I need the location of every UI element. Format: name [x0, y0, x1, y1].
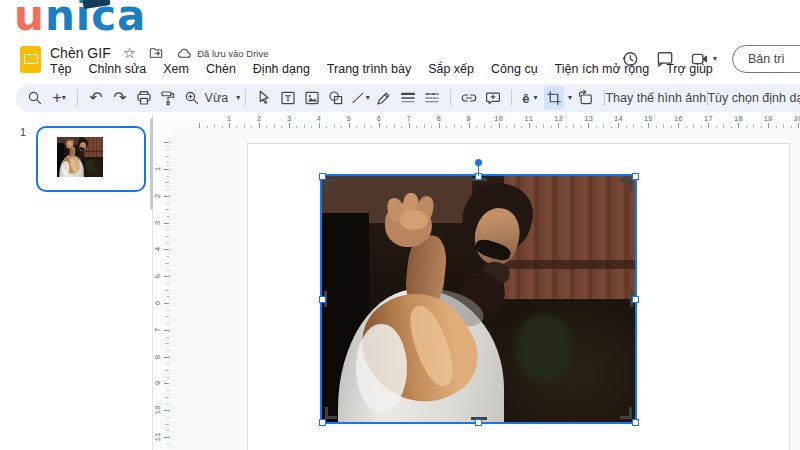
insert-image-icon[interactable] — [302, 86, 322, 110]
saved-status[interactable]: Đã lưu vào Drive — [197, 48, 268, 59]
crop-handle[interactable] — [629, 407, 632, 419]
ruler-number: 13 — [582, 115, 594, 123]
star-icon[interactable]: ☆ — [123, 46, 136, 60]
zoom-in-icon[interactable] — [182, 86, 202, 110]
insert-shape-icon[interactable] — [326, 86, 346, 110]
ruler-number: 11 — [152, 431, 164, 443]
rotation-stem — [478, 166, 480, 176]
ruler-number: 10 — [152, 404, 164, 416]
ruler-number: 7 — [403, 115, 415, 123]
slide-canvas[interactable] — [170, 131, 800, 450]
toolbar-separator — [511, 90, 512, 106]
comment-icon[interactable] — [655, 49, 675, 69]
crop-image-icon[interactable] — [544, 86, 564, 110]
ruler-number: 12 — [552, 115, 564, 123]
toolbar-separator — [450, 90, 451, 106]
slide-number: 1 — [20, 126, 26, 138]
menu-bar: TệpChỉnh sửaXemChènĐịnh dạngTrang trình … — [50, 62, 713, 76]
crop-handle[interactable] — [325, 407, 328, 419]
reset-image-icon[interactable] — [576, 86, 596, 110]
resize-handle[interactable] — [319, 296, 326, 303]
select-tool-icon[interactable] — [254, 86, 274, 110]
mask-image-icon[interactable]: ê▾ — [520, 86, 540, 110]
rotation-handle[interactable] — [475, 159, 482, 166]
text-box-icon[interactable] — [278, 86, 298, 110]
ruler-number: 9 — [152, 377, 164, 389]
ruler-number: 11 — [523, 115, 535, 123]
unica-logo: unica — [14, 0, 146, 39]
ruler-number: 4 — [313, 115, 325, 123]
menu-đinh-dang[interactable]: Định dạng — [253, 62, 310, 76]
ruler-number: 6 — [152, 297, 164, 309]
border-weight-icon[interactable] — [398, 86, 418, 110]
ruler-number: 16 — [672, 115, 684, 123]
menu-chen[interactable]: Chèn — [206, 62, 236, 76]
border-color-icon[interactable] — [374, 86, 394, 110]
print-icon[interactable] — [134, 86, 154, 110]
ruler-number: 7 — [152, 324, 164, 336]
document-title[interactable]: Chèn GIF — [50, 45, 111, 61]
redo-button[interactable]: ↷ — [110, 86, 130, 110]
title-bar: Chèn GIF ☆ Đã lưu vào Drive — [50, 44, 268, 62]
paint-format-icon[interactable] — [158, 86, 178, 110]
ruler-number: 2 — [152, 190, 164, 202]
cloud-saved-icon[interactable] — [176, 45, 192, 61]
vertical-ruler: 1234567891011 — [153, 131, 170, 450]
menu-sap-xep[interactable]: Sắp xếp — [428, 62, 474, 76]
ruler-number: 1 — [152, 163, 164, 175]
border-dash-icon[interactable] — [422, 86, 442, 110]
resize-handle[interactable] — [632, 173, 639, 180]
crop-handle[interactable] — [325, 179, 328, 191]
chevron-down-icon: ▾ — [236, 94, 240, 102]
ruler-number: 17 — [702, 115, 714, 123]
ruler-number: 5 — [343, 115, 355, 123]
selected-image[interactable] — [322, 176, 635, 422]
undo-button[interactable]: ↶ — [86, 86, 106, 110]
ruler-number: 15 — [642, 115, 654, 123]
ruler-number: 1 — [223, 115, 235, 123]
menu-chinh-sua[interactable]: Chỉnh sửa — [89, 62, 147, 76]
gif-image — [322, 176, 635, 422]
new-slide-button[interactable]: +▾ — [49, 86, 69, 110]
present-button[interactable]: Bản trì — [732, 45, 800, 73]
resize-handle[interactable] — [319, 419, 326, 426]
chevron-down-icon: ▾ — [568, 94, 572, 102]
chevron-down-icon: ▾ — [62, 94, 66, 102]
horizontal-ruler: 1234567891011121314151617181920 — [153, 114, 800, 131]
slide-thumbnail[interactable] — [36, 126, 146, 192]
search-icon[interactable] — [25, 86, 45, 110]
history-icon[interactable] — [620, 49, 640, 69]
add-comment-icon[interactable] — [483, 86, 503, 110]
meet-camera-control[interactable]: ▾ — [690, 49, 717, 69]
google-slides-window: unica Chèn GIF ☆ Đã lưu vào Drive TệpChỉ… — [0, 0, 800, 450]
menu-trang-trinh-bay[interactable]: Trang trình bày — [327, 62, 411, 76]
format-options-button[interactable]: Tùy chọn định dạng — [716, 86, 800, 110]
filmstrip: 1 — [0, 114, 152, 450]
resize-handle[interactable] — [632, 419, 639, 426]
ruler-number: 3 — [283, 115, 295, 123]
ruler-number: 18 — [732, 115, 744, 123]
ruler-number: 6 — [373, 115, 385, 123]
toolbar-separator — [77, 90, 78, 106]
thumbnail-image — [57, 137, 103, 177]
zoom-select[interactable]: Vừa▾ — [206, 86, 237, 110]
menu-cong-cu[interactable]: Công cụ — [491, 62, 538, 76]
insert-link-icon[interactable] — [459, 86, 479, 110]
ruler-number: 9 — [463, 115, 475, 123]
replace-image-button[interactable]: Thay thế hình ảnh — [613, 86, 699, 110]
menu-xem[interactable]: Xem — [163, 62, 189, 76]
chevron-down-icon: ▾ — [713, 55, 717, 63]
move-folder-icon[interactable] — [148, 45, 164, 61]
chevron-down-icon: ▾ — [533, 94, 537, 102]
insert-line-icon[interactable]: ▾ — [350, 86, 370, 110]
logo-text-u: u — [14, 0, 45, 40]
menu-tep[interactable]: Tệp — [50, 62, 72, 76]
ruler-number: 14 — [612, 115, 624, 123]
crop-handle[interactable] — [629, 179, 632, 191]
chevron-down-icon: ▾ — [366, 94, 370, 102]
resize-handle[interactable] — [319, 173, 326, 180]
ruler-number: 8 — [152, 351, 164, 363]
resize-handle[interactable] — [475, 419, 482, 426]
resize-handle[interactable] — [632, 296, 639, 303]
camera-icon — [690, 49, 710, 69]
